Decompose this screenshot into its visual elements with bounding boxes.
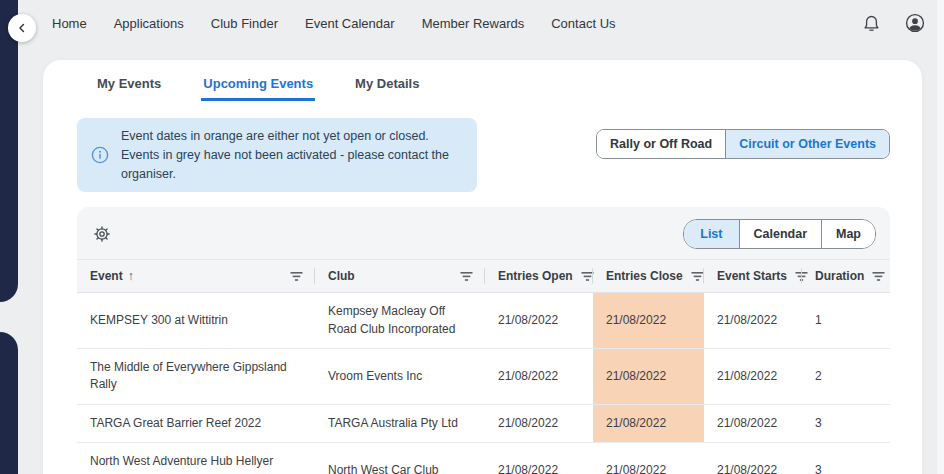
column-header-event[interactable]: Event ↑ xyxy=(77,260,315,292)
column-label: Entries Open xyxy=(498,269,573,283)
nav-item-club-finder[interactable]: Club Finder xyxy=(211,16,278,31)
table-row[interactable]: North West Adventure Hub Hellyer Rally (… xyxy=(77,443,890,474)
cell-event-starts: 21/08/2022 xyxy=(704,443,802,474)
cell-entries-open: 21/08/2022 xyxy=(485,293,593,348)
info-icon xyxy=(91,146,109,164)
tab-my-details[interactable]: My Details xyxy=(353,68,421,101)
cell-duration: 3 xyxy=(802,443,890,474)
view-map-button[interactable]: Map xyxy=(821,220,875,248)
filter-icon[interactable] xyxy=(691,271,704,282)
nav-item-contact-us[interactable]: Contact Us xyxy=(551,16,615,31)
info-banner: Event dates in orange are either not yet… xyxy=(77,118,477,192)
tab-upcoming-events[interactable]: Upcoming Events xyxy=(201,68,315,101)
column-label: Duration xyxy=(815,269,864,283)
events-table: Event ↑ Club Entries Op xyxy=(77,259,890,474)
page-scrollbar-track[interactable] xyxy=(937,0,944,474)
table-header-row: Event ↑ Club Entries Op xyxy=(77,259,890,293)
view-calendar-button[interactable]: Calendar xyxy=(739,220,822,248)
cell-entries-close: 21/08/2022 xyxy=(593,293,704,348)
cell-club: Kempsey Macleay Off Road Club Incorporat… xyxy=(315,293,485,348)
banner-line-2: Events in grey have not been activated -… xyxy=(121,146,463,184)
notifications-bell-icon[interactable] xyxy=(861,13,882,34)
cell-club: North West Car Club xyxy=(315,443,485,474)
nav-item-event-calendar[interactable]: Event Calendar xyxy=(305,16,395,31)
table-body: KEMPSEY 300 at Wittitrin Kempsey Macleay… xyxy=(77,293,890,474)
rally-or-off-road-button[interactable]: Rally or Off Road xyxy=(597,130,725,158)
column-label: Event Starts xyxy=(717,269,787,283)
tab-my-events[interactable]: My Events xyxy=(95,68,163,101)
top-navigation: Home Applications Club Finder Event Cale… xyxy=(52,0,930,46)
cell-event: North West Adventure Hub Hellyer Rally (… xyxy=(77,443,315,474)
cell-event: The Middle of Everywhere Gippsland Rally xyxy=(77,349,315,404)
filter-icon[interactable] xyxy=(290,271,303,282)
main-content-card: My Events Upcoming Events My Details Eve… xyxy=(43,60,922,474)
circuit-or-other-events-button[interactable]: Circuit or Other Events xyxy=(725,130,889,158)
collapse-sidebar-button[interactable] xyxy=(8,14,36,42)
cell-club: TARGA Australia Pty Ltd xyxy=(315,405,485,442)
nav-item-home[interactable]: Home xyxy=(52,16,87,31)
cell-event-starts: 21/08/2022 xyxy=(704,293,802,348)
column-header-entries-open[interactable]: Entries Open xyxy=(485,260,593,292)
cell-event-starts: 21/08/2022 xyxy=(704,349,802,404)
column-label: Entries Close xyxy=(606,269,683,283)
sort-ascending-icon: ↑ xyxy=(128,269,134,283)
cell-event: KEMPSEY 300 at Wittitrin xyxy=(77,293,315,348)
event-type-toggle: Rally or Off Road Circuit or Other Event… xyxy=(596,129,890,159)
cell-event: TARGA Great Barrier Reef 2022 xyxy=(77,405,315,442)
table-row[interactable]: KEMPSEY 300 at Wittitrin Kempsey Macleay… xyxy=(77,293,890,349)
cell-entries-close: 21/08/2022 xyxy=(593,349,704,404)
column-header-event-starts[interactable]: Event Starts xyxy=(704,260,802,292)
column-header-duration[interactable]: Duration xyxy=(802,260,890,292)
cell-duration: 1 xyxy=(802,293,890,348)
filter-icon[interactable] xyxy=(460,271,473,282)
nav-links: Home Applications Club Finder Event Cale… xyxy=(52,16,616,31)
cell-entries-open: 21/08/2022 xyxy=(485,349,593,404)
tab-bar: My Events Upcoming Events My Details xyxy=(43,60,922,101)
column-label: Club xyxy=(328,269,355,283)
table-row[interactable]: TARGA Great Barrier Reef 2022 TARGA Aust… xyxy=(77,405,890,443)
left-rail-top xyxy=(0,0,18,302)
table-settings-gear-icon[interactable] xyxy=(92,224,112,244)
cell-entries-open: 21/08/2022 xyxy=(485,443,593,474)
table-row[interactable]: The Middle of Everywhere Gippsland Rally… xyxy=(77,349,890,405)
view-list-button[interactable]: List xyxy=(684,220,738,248)
banner-line-1: Event dates in orange are either not yet… xyxy=(121,127,463,146)
column-label: Event xyxy=(90,269,123,283)
column-header-entries-close[interactable]: Entries Close xyxy=(593,260,704,292)
nav-item-member-rewards[interactable]: Member Rewards xyxy=(422,16,525,31)
column-header-club[interactable]: Club xyxy=(315,260,485,292)
user-account-icon[interactable] xyxy=(904,12,926,34)
cell-duration: 3 xyxy=(802,405,890,442)
filter-icon[interactable] xyxy=(872,271,885,282)
cell-event-starts: 21/08/2022 xyxy=(704,405,802,442)
left-rail-bottom xyxy=(0,332,18,474)
cell-duration: 2 xyxy=(802,349,890,404)
nav-item-applications[interactable]: Applications xyxy=(114,16,184,31)
cell-entries-open: 21/08/2022 xyxy=(485,405,593,442)
filter-icon[interactable] xyxy=(581,271,594,282)
chevron-left-icon xyxy=(15,21,29,35)
events-table-card: List Calendar Map Event ↑ xyxy=(77,207,890,474)
view-toggle: List Calendar Map xyxy=(683,219,876,249)
cell-club: Vroom Events Inc xyxy=(315,349,485,404)
cell-entries-close: 21/08/2022 xyxy=(593,405,704,442)
cell-entries-close: 21/08/2022 xyxy=(593,443,704,474)
